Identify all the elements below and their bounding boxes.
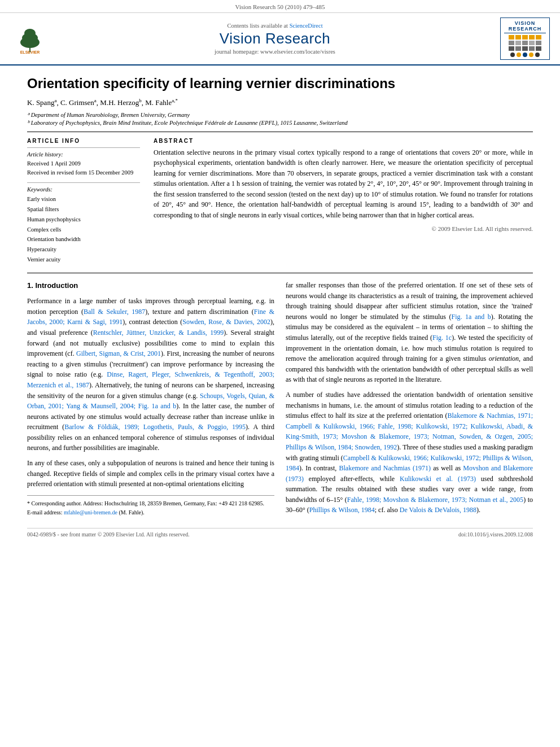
page-container: Vision Research 50 (2010) 479–485 ELSEVI… xyxy=(0,0,560,747)
intro-para1: Performance in a large number of tasks i… xyxy=(27,296,274,453)
abstract-column: ABSTRACT Orientation selective neurons i… xyxy=(154,138,533,265)
footnotes: * Corresponding author. Address: Hochsch… xyxy=(27,495,274,517)
ref-sowden[interactable]: Sowden, Rose, & Davies, 2002 xyxy=(182,318,270,326)
right-para2: A number of studies have addressed the o… xyxy=(286,390,533,516)
body-two-col: 1. Introduction Performance in a large n… xyxy=(27,280,533,520)
keyword-human-psychophysics: Human psychophysics xyxy=(27,215,140,225)
vr-dots xyxy=(510,53,540,57)
body-section: 1. Introduction Performance in a large n… xyxy=(27,273,533,538)
keyword-orientation-bandwidth: Orientation bandwidth xyxy=(27,234,140,244)
article-info-abstract-section: ARTICLE INFO Article history: Received 1… xyxy=(27,138,533,265)
email-link[interactable]: mfahle@uni-bremen.de xyxy=(64,509,117,516)
affiliation-a: ᵃ Department of Human Neurobiology, Brem… xyxy=(27,111,533,118)
authors-line: K. Spanga, C. Grimsena, M.H. Herzogb, M.… xyxy=(27,98,533,107)
keywords-label: Keywords: xyxy=(27,186,140,193)
ref-phillips-wilson[interactable]: Phillips & Wilson, 1984 xyxy=(309,506,375,514)
issn-text: 0042-6989/$ - see front matter © 2009 El… xyxy=(27,531,190,538)
journal-title: Vision Research xyxy=(50,30,500,47)
keyword-vernier-acuity: Vernier acuity xyxy=(27,255,140,265)
ref-blakemore-nachmias2[interactable]: Blakemore and Nachmias (1971) xyxy=(339,464,431,472)
bottom-bar: 0042-6989/$ - see front matter © 2009 El… xyxy=(27,528,533,538)
journal-citation-text: Vision Research 50 (2010) 479–485 xyxy=(235,3,325,10)
keyword-complex-cells: Complex cells xyxy=(27,225,140,235)
ref-blakemore-nachmias[interactable]: Blakemore & Nachmias, 1971; Campbell & K… xyxy=(286,412,533,451)
footnote-corresponding: * Corresponding author. Address: Hochsch… xyxy=(27,499,274,508)
main-content: Orientation specificity of learning vern… xyxy=(0,65,560,551)
intro-heading: 1. Introduction xyxy=(27,280,274,291)
svg-text:ELSEVIER: ELSEVIER xyxy=(20,50,40,54)
science-direct-link[interactable]: ScienceDirect xyxy=(290,23,323,29)
svg-point-4 xyxy=(20,37,40,48)
divider-article-info xyxy=(27,147,140,148)
right-body-col: far smaller responses than those of the … xyxy=(286,280,533,520)
abstract-text: Orientation selective neurons in the pri… xyxy=(154,147,533,221)
journal-title-area: Contents lists available at ScienceDirec… xyxy=(50,23,500,55)
divider-keywords xyxy=(27,182,140,183)
elsevier-logo-area: ELSEVIER xyxy=(10,23,50,54)
right-para1: far smaller responses than those of the … xyxy=(286,280,533,385)
article-title: Orientation specificity of learning vern… xyxy=(27,75,533,92)
ref-fig1ab[interactable]: Fig. 1a and b xyxy=(451,313,491,321)
doi-text: doi:10.1016/j.visres.2009.12.008 xyxy=(458,531,533,538)
ref-dinse[interactable]: Dinse, Ragert, Pleger, Schwenkreis, & Te… xyxy=(27,370,274,389)
keyword-spatial-filters: Spatial filters xyxy=(27,204,140,215)
ref-ball-sekuler[interactable]: Ball & Sekuler, 1987 xyxy=(84,308,145,316)
abstract-label: ABSTRACT xyxy=(154,138,533,144)
received-text: Received 1 April 2009 xyxy=(27,160,81,167)
vision-research-logo: VISIONRESEARCH xyxy=(500,18,550,60)
keyword-early-vision: Early vision xyxy=(27,194,140,204)
divider-after-affiliations xyxy=(27,132,533,132)
received-date: Received 1 April 2009 Received in revise… xyxy=(27,159,140,178)
copyright-line: © 2009 Elsevier Ltd. All rights reserved… xyxy=(154,225,533,232)
ref-devalois[interactable]: De Valois & DeValois, 1988 xyxy=(400,506,476,514)
ref-schoups[interactable]: Schoups, Vogels, Quian, & Orban, 2001; Y… xyxy=(27,392,274,410)
revised-text: Received in revised form 15 December 200… xyxy=(27,169,133,176)
journal-citation: Vision Research 50 (2010) 479–485 xyxy=(0,0,560,13)
left-body-col: 1. Introduction Performance in a large n… xyxy=(27,280,274,520)
history-label: Article history: xyxy=(27,151,140,158)
ref-rentschler[interactable]: Rentschler, Jüttner, Unzicker, & Landis,… xyxy=(93,329,224,337)
article-info-label: ARTICLE INFO xyxy=(27,138,140,144)
ref-gilbert[interactable]: Gilbert, Sigman, & Crist, 2001 xyxy=(76,350,161,357)
affiliation-b: ᵇ Laboratory of Psychophysics, Brain Min… xyxy=(27,119,533,126)
intro-para2: In any of these cases, only a subpopulat… xyxy=(27,458,274,490)
science-direct-line: Contents lists available at ScienceDirec… xyxy=(50,23,500,29)
keyword-hyperacuity: Hyperacuity xyxy=(27,244,140,255)
ref-kulikowski-1973[interactable]: Kulikowski et al. (1973) xyxy=(400,475,476,483)
ref-fig1c[interactable]: Fig. 1c xyxy=(432,334,452,342)
ref-barlow[interactable]: Barlow & Földiák, 1989; Logothetis, Paul… xyxy=(64,423,246,431)
journal-header: ELSEVIER Contents lists available at Sci… xyxy=(0,13,560,65)
elsevier-logo-icon: ELSEVIER xyxy=(10,23,50,54)
ref-fahle1998[interactable]: Fahle, 1998; Movshon & Blakemore, 1973; … xyxy=(347,496,523,504)
article-info-column: ARTICLE INFO Article history: Received 1… xyxy=(27,138,140,265)
journal-homepage: journal homepage: www.elsevier.com/locat… xyxy=(50,49,500,55)
keywords-section: Keywords: Early vision Spatial filters H… xyxy=(27,186,140,265)
footnote-email: E-mail address: mfahle@uni-bremen.de (M.… xyxy=(27,508,274,517)
vr-logo-title: VISIONRESEARCH xyxy=(504,20,546,33)
